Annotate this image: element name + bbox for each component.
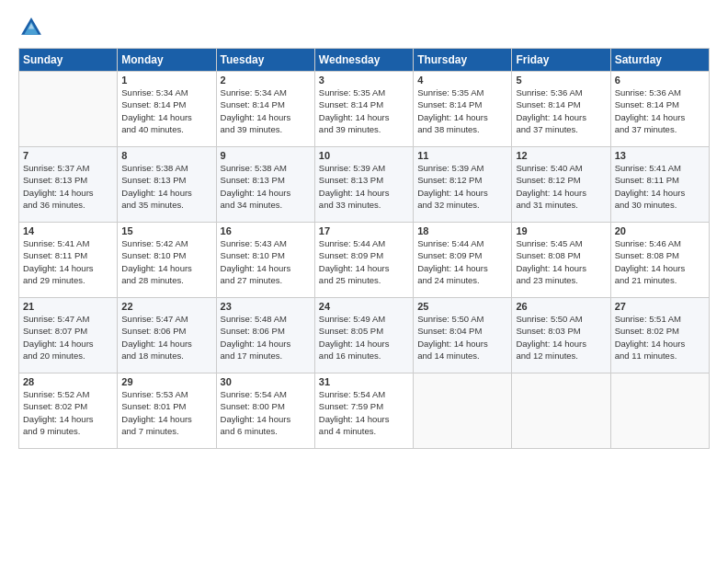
day-number: 9 bbox=[221, 150, 311, 161]
day-number: 6 bbox=[615, 75, 705, 86]
calendar-week-3: 14Sunrise: 5:41 AM Sunset: 8:11 PM Dayli… bbox=[19, 223, 710, 298]
day-info: Sunrise: 5:41 AM Sunset: 8:11 PM Dayligh… bbox=[615, 162, 705, 211]
calendar-header-tuesday: Tuesday bbox=[216, 49, 314, 72]
calendar-cell: 26Sunrise: 5:50 AM Sunset: 8:03 PM Dayli… bbox=[512, 298, 610, 373]
calendar-cell: 10Sunrise: 5:39 AM Sunset: 8:13 PM Dayli… bbox=[314, 147, 413, 223]
day-number: 19 bbox=[516, 225, 606, 236]
day-info: Sunrise: 5:52 AM Sunset: 8:02 PM Dayligh… bbox=[23, 388, 113, 437]
calendar-cell: 13Sunrise: 5:41 AM Sunset: 8:11 PM Dayli… bbox=[610, 147, 709, 223]
logo bbox=[18, 15, 46, 40]
day-info: Sunrise: 5:45 AM Sunset: 8:08 PM Dayligh… bbox=[516, 237, 606, 286]
day-info: Sunrise: 5:54 AM Sunset: 7:59 PM Dayligh… bbox=[319, 388, 409, 437]
day-number: 25 bbox=[417, 301, 507, 312]
calendar-cell bbox=[512, 373, 610, 449]
day-number: 10 bbox=[319, 150, 409, 161]
day-info: Sunrise: 5:41 AM Sunset: 8:11 PM Dayligh… bbox=[23, 237, 113, 286]
day-number: 28 bbox=[23, 376, 113, 387]
calendar-cell bbox=[610, 373, 709, 449]
day-number: 18 bbox=[417, 225, 507, 236]
calendar-cell: 19Sunrise: 5:45 AM Sunset: 8:08 PM Dayli… bbox=[512, 223, 610, 298]
day-number: 1 bbox=[121, 75, 211, 86]
day-info: Sunrise: 5:53 AM Sunset: 8:01 PM Dayligh… bbox=[121, 388, 211, 437]
day-number: 29 bbox=[121, 376, 211, 387]
calendar-cell: 7Sunrise: 5:37 AM Sunset: 8:13 PM Daylig… bbox=[19, 147, 118, 223]
day-info: Sunrise: 5:38 AM Sunset: 8:13 PM Dayligh… bbox=[121, 162, 211, 211]
calendar-cell: 15Sunrise: 5:42 AM Sunset: 8:10 PM Dayli… bbox=[118, 223, 216, 298]
calendar-cell: 11Sunrise: 5:39 AM Sunset: 8:12 PM Dayli… bbox=[414, 147, 512, 223]
calendar-header-saturday: Saturday bbox=[610, 49, 709, 72]
day-number: 13 bbox=[615, 150, 705, 161]
calendar-cell: 5Sunrise: 5:36 AM Sunset: 8:14 PM Daylig… bbox=[512, 72, 610, 147]
day-info: Sunrise: 5:48 AM Sunset: 8:06 PM Dayligh… bbox=[221, 313, 311, 362]
day-info: Sunrise: 5:46 AM Sunset: 8:08 PM Dayligh… bbox=[615, 237, 705, 286]
day-number: 3 bbox=[319, 75, 409, 86]
day-info: Sunrise: 5:36 AM Sunset: 8:14 PM Dayligh… bbox=[516, 86, 606, 135]
day-info: Sunrise: 5:39 AM Sunset: 8:13 PM Dayligh… bbox=[319, 162, 409, 211]
day-info: Sunrise: 5:36 AM Sunset: 8:14 PM Dayligh… bbox=[615, 86, 705, 135]
calendar-cell: 22Sunrise: 5:47 AM Sunset: 8:06 PM Dayli… bbox=[118, 298, 216, 373]
day-number: 8 bbox=[121, 150, 211, 161]
calendar-cell: 12Sunrise: 5:40 AM Sunset: 8:12 PM Dayli… bbox=[512, 147, 610, 223]
calendar-cell: 1Sunrise: 5:34 AM Sunset: 8:14 PM Daylig… bbox=[118, 72, 216, 147]
calendar-week-4: 21Sunrise: 5:47 AM Sunset: 8:07 PM Dayli… bbox=[19, 298, 710, 373]
calendar-cell: 23Sunrise: 5:48 AM Sunset: 8:06 PM Dayli… bbox=[216, 298, 314, 373]
calendar-cell bbox=[19, 72, 118, 147]
calendar-cell: 3Sunrise: 5:35 AM Sunset: 8:14 PM Daylig… bbox=[314, 72, 413, 147]
day-info: Sunrise: 5:44 AM Sunset: 8:09 PM Dayligh… bbox=[417, 237, 507, 286]
calendar-week-5: 28Sunrise: 5:52 AM Sunset: 8:02 PM Dayli… bbox=[19, 373, 710, 449]
day-info: Sunrise: 5:44 AM Sunset: 8:09 PM Dayligh… bbox=[319, 237, 409, 286]
day-number: 17 bbox=[319, 225, 409, 236]
day-info: Sunrise: 5:34 AM Sunset: 8:14 PM Dayligh… bbox=[221, 86, 311, 135]
logo-icon bbox=[18, 15, 44, 40]
day-info: Sunrise: 5:47 AM Sunset: 8:06 PM Dayligh… bbox=[121, 313, 211, 362]
day-number: 20 bbox=[615, 225, 705, 236]
calendar-cell: 9Sunrise: 5:38 AM Sunset: 8:13 PM Daylig… bbox=[216, 147, 314, 223]
calendar-header-monday: Monday bbox=[118, 49, 216, 72]
calendar-cell: 14Sunrise: 5:41 AM Sunset: 8:11 PM Dayli… bbox=[19, 223, 118, 298]
day-number: 12 bbox=[516, 150, 606, 161]
day-info: Sunrise: 5:49 AM Sunset: 8:05 PM Dayligh… bbox=[319, 313, 409, 362]
calendar-cell: 31Sunrise: 5:54 AM Sunset: 7:59 PM Dayli… bbox=[314, 373, 413, 449]
day-info: Sunrise: 5:47 AM Sunset: 8:07 PM Dayligh… bbox=[23, 313, 113, 362]
day-number: 30 bbox=[221, 376, 311, 387]
calendar-header-friday: Friday bbox=[512, 49, 610, 72]
day-number: 26 bbox=[516, 301, 606, 312]
day-info: Sunrise: 5:40 AM Sunset: 8:12 PM Dayligh… bbox=[516, 162, 606, 211]
day-info: Sunrise: 5:54 AM Sunset: 8:00 PM Dayligh… bbox=[221, 388, 311, 437]
calendar-cell: 29Sunrise: 5:53 AM Sunset: 8:01 PM Dayli… bbox=[118, 373, 216, 449]
day-info: Sunrise: 5:50 AM Sunset: 8:04 PM Dayligh… bbox=[417, 313, 507, 362]
day-number: 15 bbox=[121, 225, 211, 236]
day-number: 31 bbox=[319, 376, 409, 387]
day-number: 11 bbox=[417, 150, 507, 161]
day-number: 23 bbox=[221, 301, 311, 312]
calendar-cell: 28Sunrise: 5:52 AM Sunset: 8:02 PM Dayli… bbox=[19, 373, 118, 449]
day-info: Sunrise: 5:34 AM Sunset: 8:14 PM Dayligh… bbox=[121, 86, 211, 135]
calendar-cell: 18Sunrise: 5:44 AM Sunset: 8:09 PM Dayli… bbox=[414, 223, 512, 298]
calendar-cell: 6Sunrise: 5:36 AM Sunset: 8:14 PM Daylig… bbox=[610, 72, 709, 147]
calendar-cell: 21Sunrise: 5:47 AM Sunset: 8:07 PM Dayli… bbox=[19, 298, 118, 373]
day-number: 22 bbox=[121, 301, 211, 312]
day-number: 5 bbox=[516, 75, 606, 86]
calendar-cell: 24Sunrise: 5:49 AM Sunset: 8:05 PM Dayli… bbox=[314, 298, 413, 373]
calendar-cell bbox=[414, 373, 512, 449]
calendar-cell: 27Sunrise: 5:51 AM Sunset: 8:02 PM Dayli… bbox=[610, 298, 709, 373]
day-number: 24 bbox=[319, 301, 409, 312]
calendar-header-row: SundayMondayTuesdayWednesdayThursdayFrid… bbox=[19, 49, 710, 72]
calendar-cell: 25Sunrise: 5:50 AM Sunset: 8:04 PM Dayli… bbox=[414, 298, 512, 373]
day-number: 14 bbox=[23, 225, 113, 236]
day-number: 2 bbox=[221, 75, 311, 86]
calendar-cell: 2Sunrise: 5:34 AM Sunset: 8:14 PM Daylig… bbox=[216, 72, 314, 147]
day-number: 27 bbox=[615, 301, 705, 312]
calendar-cell: 4Sunrise: 5:35 AM Sunset: 8:14 PM Daylig… bbox=[414, 72, 512, 147]
day-info: Sunrise: 5:43 AM Sunset: 8:10 PM Dayligh… bbox=[221, 237, 311, 286]
day-info: Sunrise: 5:35 AM Sunset: 8:14 PM Dayligh… bbox=[417, 86, 507, 135]
calendar-week-2: 7Sunrise: 5:37 AM Sunset: 8:13 PM Daylig… bbox=[19, 147, 710, 223]
page: SundayMondayTuesdayWednesdayThursdayFrid… bbox=[0, 0, 728, 563]
calendar-cell: 17Sunrise: 5:44 AM Sunset: 8:09 PM Dayli… bbox=[314, 223, 413, 298]
day-number: 21 bbox=[23, 301, 113, 312]
calendar-cell: 30Sunrise: 5:54 AM Sunset: 8:00 PM Dayli… bbox=[216, 373, 314, 449]
day-number: 4 bbox=[417, 75, 507, 86]
calendar-cell: 20Sunrise: 5:46 AM Sunset: 8:08 PM Dayli… bbox=[610, 223, 709, 298]
day-info: Sunrise: 5:42 AM Sunset: 8:10 PM Dayligh… bbox=[121, 237, 211, 286]
day-info: Sunrise: 5:38 AM Sunset: 8:13 PM Dayligh… bbox=[221, 162, 311, 211]
